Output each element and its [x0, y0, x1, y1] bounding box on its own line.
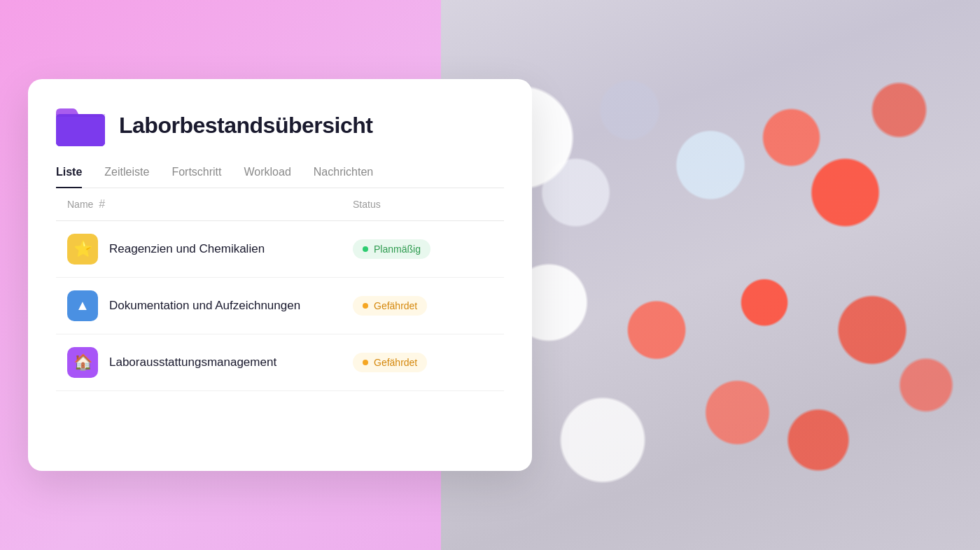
row-name-1: ⭐ Reagenzien und Chemikalien	[67, 234, 353, 265]
column-status-header: Status	[353, 199, 493, 210]
row-status-3: Gefährdet	[353, 353, 493, 372]
row-status-1: Planmäßig	[353, 239, 493, 259]
table-row[interactable]: ▲ Dokumentation und Aufzeichnungen Gefäh…	[56, 278, 504, 334]
table-header: Name # Status	[56, 188, 504, 221]
status-dot-yellow-3	[363, 360, 368, 365]
status-badge-1: Planmäßig	[353, 239, 430, 259]
row-icon-2: ▲	[67, 290, 98, 321]
tab-workload[interactable]: Workload	[244, 166, 291, 188]
main-card: Laborbestandsübersicht Liste Zeitleiste …	[28, 79, 532, 471]
inventory-table: Name # Status ⭐ Reagenzien und Chemikali…	[56, 188, 504, 391]
hash-icon: #	[99, 198, 105, 211]
status-badge-3: Gefährdet	[353, 353, 427, 372]
tab-bar: Liste Zeitleiste Fortschritt Workload Na…	[56, 166, 504, 188]
row-status-2: Gefährdet	[353, 296, 493, 316]
row-name-3: 🏠 Laborausstattungsmanagement	[67, 347, 353, 378]
folder-icon	[56, 104, 105, 146]
status-dot-green-1	[363, 246, 368, 252]
table-row[interactable]: ⭐ Reagenzien und Chemikalien Planmäßig	[56, 221, 504, 278]
tab-liste[interactable]: Liste	[56, 166, 82, 188]
page-title: Laborbestandsübersicht	[119, 113, 372, 139]
tab-fortschritt[interactable]: Fortschritt	[172, 166, 221, 188]
card-header: Laborbestandsübersicht	[56, 104, 504, 146]
tab-zeitleiste[interactable]: Zeitleiste	[104, 166, 149, 188]
status-badge-2: Gefährdet	[353, 296, 427, 316]
row-icon-1: ⭐	[67, 234, 98, 265]
svg-rect-2	[56, 114, 105, 117]
row-name-2: ▲ Dokumentation und Aufzeichnungen	[67, 290, 353, 321]
status-dot-yellow-2	[363, 303, 368, 309]
tab-nachrichten[interactable]: Nachrichten	[314, 166, 373, 188]
row-icon-3: 🏠	[67, 347, 98, 378]
column-name-header: Name #	[67, 198, 353, 211]
table-row[interactable]: 🏠 Laborausstattungsmanagement Gefährdet	[56, 334, 504, 391]
